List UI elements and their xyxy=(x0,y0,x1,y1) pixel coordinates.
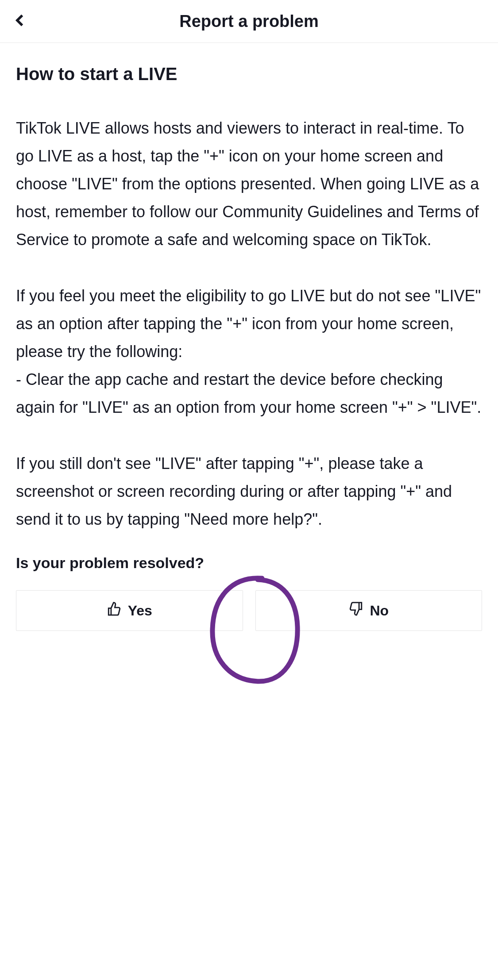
article-paragraph: If you feel you meet the eligibility to … xyxy=(16,282,482,421)
yes-button[interactable]: Yes xyxy=(16,590,243,631)
no-button[interactable]: No xyxy=(255,590,483,631)
article-title: How to start a LIVE xyxy=(16,64,482,84)
no-button-label: No xyxy=(370,603,389,619)
article-content: How to start a LIVE TikTok LIVE allows h… xyxy=(0,43,498,631)
thumbs-down-icon xyxy=(348,601,363,620)
header-bar: Report a problem xyxy=(0,0,498,43)
thumbs-up-icon xyxy=(107,601,122,620)
back-button[interactable] xyxy=(12,12,29,30)
yes-button-label: Yes xyxy=(128,603,152,619)
page-title: Report a problem xyxy=(179,12,319,31)
feedback-button-row: Yes No xyxy=(16,590,482,631)
feedback-question: Is your problem resolved? xyxy=(16,554,482,572)
article-paragraph: TikTok LIVE allows hosts and viewers to … xyxy=(16,114,482,254)
chevron-left-icon xyxy=(13,13,28,30)
article-paragraph: If you still don't see "LIVE" after tapp… xyxy=(16,450,482,533)
